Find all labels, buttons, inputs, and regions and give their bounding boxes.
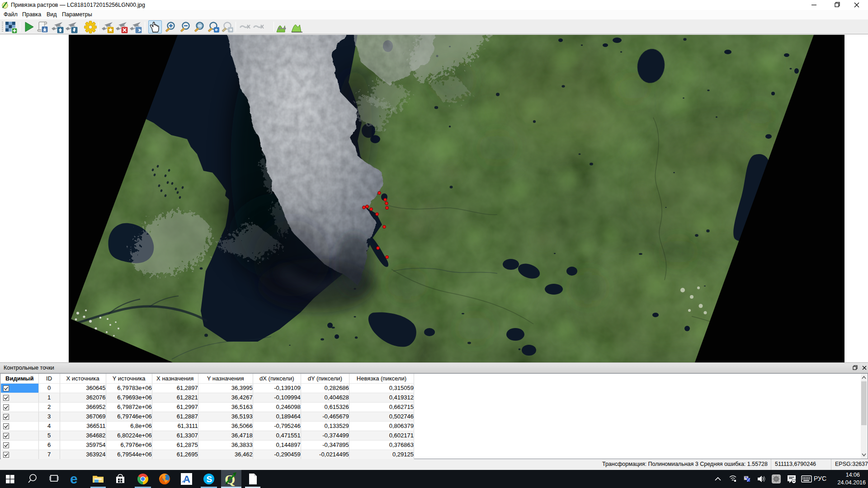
svg-text:A: A [183,474,190,485]
svg-text:S: S [207,474,212,484]
svg-text:e: e [70,472,78,486]
